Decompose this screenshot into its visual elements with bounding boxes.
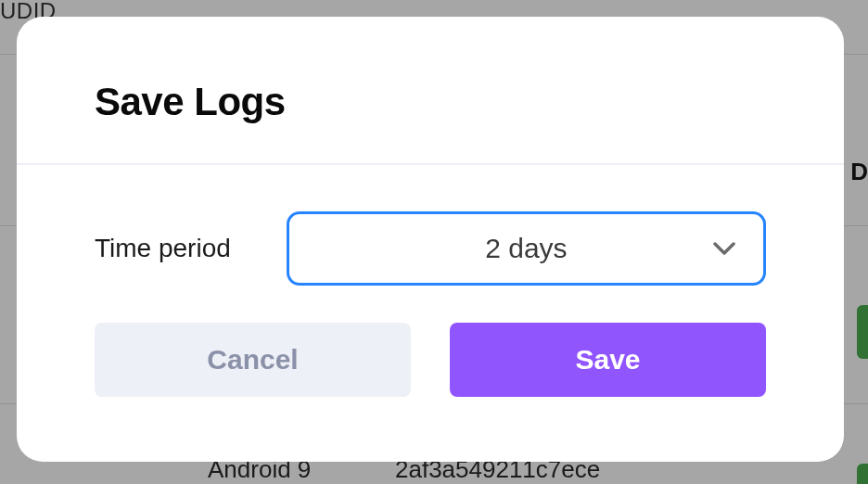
modal-header: Save Logs: [17, 17, 844, 124]
time-period-label: Time period: [95, 234, 231, 263]
save-button[interactable]: Save: [450, 323, 766, 397]
chevron-down-icon: [713, 237, 735, 260]
modal-title: Save Logs: [95, 80, 844, 124]
time-period-select[interactable]: 2 days: [287, 211, 766, 286]
modal-actions: Cancel Save: [17, 323, 844, 397]
save-logs-modal: Save Logs Time period 2 days Cancel Save: [17, 17, 844, 462]
cancel-button[interactable]: Cancel: [95, 323, 411, 397]
time-period-row: Time period 2 days: [95, 211, 766, 286]
time-period-value: 2 days: [485, 233, 567, 264]
modal-body: Time period 2 days: [17, 124, 844, 286]
modal-divider: [17, 163, 844, 165]
